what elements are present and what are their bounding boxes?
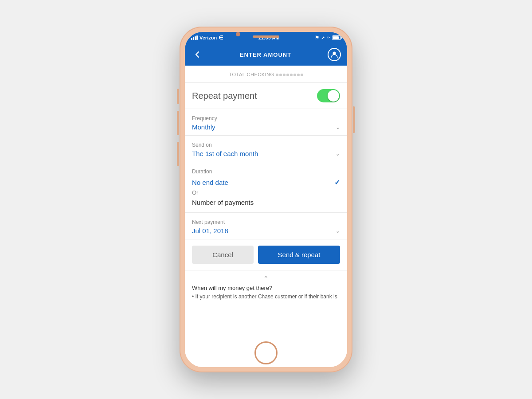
account-dot — [293, 74, 296, 76]
signal-bar-1 — [191, 38, 192, 40]
action-buttons: Cancel Send & repeat — [185, 239, 347, 270]
send-on-chevron-icon: ⌄ — [336, 151, 340, 157]
nav-bar: ENTER AMOUNT — [185, 43, 347, 66]
account-dot — [276, 74, 278, 76]
send-on-section[interactable]: Send on The 1st of each month ⌄ — [185, 136, 347, 162]
info-title: When will my money get there? — [192, 285, 340, 291]
location-icon: ⚑ — [315, 35, 319, 41]
next-payment-label: Next payment — [192, 219, 340, 225]
repeat-payment-label: Repeat payment — [192, 91, 257, 101]
next-payment-chevron-icon: ⌄ — [336, 228, 340, 234]
send-on-label: Send on — [192, 142, 340, 148]
duration-section: Duration No end date ✓ Or Number of paym… — [185, 162, 347, 213]
send-on-value-row: The 1st of each month ⌄ — [192, 150, 340, 157]
number-of-payments-option[interactable]: Number of payments — [192, 199, 340, 206]
account-dot — [297, 74, 300, 76]
account-label: TOTAL CHECKING — [229, 72, 274, 77]
repeat-payment-toggle[interactable] — [317, 89, 340, 102]
duration-or-label: Or — [192, 189, 340, 196]
next-payment-value-row: Jul 01, 2018 ⌄ — [192, 227, 340, 235]
main-content: TOTAL CHECKING Repeat payment — [185, 66, 347, 367]
duration-label: Duration — [192, 168, 340, 175]
status-left: Verizon ∈ — [191, 35, 223, 41]
phone-speaker — [253, 35, 279, 38]
frequency-value: Monthly — [192, 123, 215, 131]
no-end-date-option[interactable]: No end date ✓ — [192, 178, 340, 187]
signal-bar-4 — [196, 35, 198, 40]
account-dots — [276, 74, 303, 76]
frequency-chevron-icon: ⌄ — [336, 124, 340, 130]
send-on-value: The 1st of each month — [192, 150, 258, 157]
page-title: ENTER AMOUNT — [240, 51, 291, 58]
no-end-date-checkmark: ✓ — [334, 178, 340, 187]
frequency-value-row: Monthly ⌄ — [192, 123, 340, 131]
info-section: ⌃ When will my money get there? • If you… — [185, 270, 347, 307]
status-right: ⚑ ↗ ⚰ — [315, 35, 341, 41]
carrier-label: Verizon — [200, 35, 217, 40]
no-end-date-label: No end date — [192, 179, 228, 186]
profile-button[interactable] — [328, 48, 341, 61]
next-payment-value: Jul 01, 2018 — [192, 227, 228, 235]
account-dot — [283, 74, 286, 76]
signal-bar-2 — [193, 37, 194, 40]
toggle-knob — [328, 90, 339, 102]
next-payment-section[interactable]: Next payment Jul 01, 2018 ⌄ — [185, 213, 347, 239]
account-display: TOTAL CHECKING — [192, 72, 340, 78]
volume-down-button — [177, 142, 179, 166]
account-dot — [301, 74, 303, 76]
info-chevron-up-icon[interactable]: ⌃ — [192, 275, 340, 282]
signal-bar-3 — [195, 36, 196, 40]
signal-icon — [191, 35, 198, 40]
battery-fill — [333, 36, 339, 39]
phone-frame: Verizon ∈ 11:09 AM ⚑ ↗ ⚰ ENTER AMOUNT — [180, 27, 352, 372]
account-dot — [290, 74, 293, 76]
power-button — [353, 106, 355, 133]
account-dot — [286, 74, 289, 76]
info-text: • If your recipient is another Chase cus… — [192, 293, 340, 301]
home-button[interactable] — [254, 341, 278, 364]
bluetooth-icon: ⚰ — [326, 35, 330, 41]
account-dot — [279, 74, 282, 76]
account-section: TOTAL CHECKING — [185, 66, 347, 83]
arrow-icon: ↗ — [321, 35, 325, 40]
status-bar: Verizon ∈ 11:09 AM ⚑ ↗ ⚰ — [185, 32, 347, 43]
send-repeat-button[interactable]: Send & repeat — [258, 246, 340, 264]
back-button[interactable] — [191, 48, 203, 61]
volume-up-button — [177, 111, 179, 135]
phone-screen: Verizon ∈ 11:09 AM ⚑ ↗ ⚰ ENTER AMOUNT — [185, 32, 347, 367]
phone-camera — [236, 32, 240, 36]
cancel-button[interactable]: Cancel — [192, 246, 254, 264]
battery-icon — [332, 35, 341, 40]
frequency-label: Frequency — [192, 115, 340, 121]
repeat-payment-section: Repeat payment — [185, 83, 347, 109]
frequency-section[interactable]: Frequency Monthly ⌄ — [185, 109, 347, 136]
wifi-icon: ∈ — [219, 35, 223, 41]
silent-button — [177, 89, 179, 104]
